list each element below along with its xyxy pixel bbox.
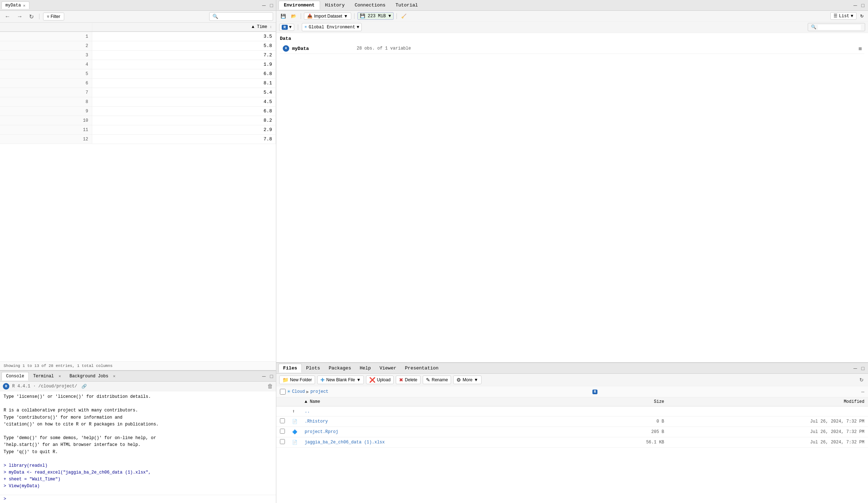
save-env-btn[interactable]: 💾 (279, 13, 287, 19)
tab-history[interactable]: History (320, 1, 350, 9)
data-search-input[interactable] (220, 14, 270, 19)
files-modified-header[interactable]: Modified (668, 397, 868, 406)
global-env-label: Global Environment (309, 25, 355, 30)
maximize-data-btn[interactable]: □ (269, 2, 275, 9)
env-data-row-mydata[interactable]: R myData 28 obs. of 1 variable ▦ (280, 43, 864, 54)
tab-environment[interactable]: Environment (278, 1, 320, 10)
right-bottom: Files Plots Packages Help Viewer Present… (276, 363, 868, 503)
tab-help[interactable]: Help (355, 364, 375, 372)
console-line: 'citation()' on how to cite R or R packa… (4, 421, 272, 428)
list-icon: ☰ (834, 13, 837, 19)
tab-packages[interactable]: Packages (324, 364, 355, 372)
delete-btn[interactable]: ✖ Delete (396, 376, 421, 384)
load-env-btn[interactable]: 📂 (290, 13, 298, 19)
rename-btn[interactable]: ✎ Rename (423, 376, 451, 384)
minimize-files-btn[interactable]: ─ (852, 365, 859, 372)
breadcrumb-checkbox[interactable] (280, 389, 286, 395)
file-name-link[interactable]: .. (305, 409, 310, 414)
tab-mydata-close[interactable]: ✕ (23, 3, 25, 8)
file-checkbox[interactable] (280, 429, 285, 434)
tab-plots[interactable]: Plots (302, 364, 324, 372)
file-name-link[interactable]: project.Rproj (305, 429, 338, 434)
file-checkbox[interactable] (280, 439, 285, 444)
table-row: 7 5.4 (0, 88, 276, 97)
time-header[interactable]: ▲ Time ↕ (92, 23, 276, 32)
file-check-cell[interactable] (276, 427, 288, 437)
sort-indicator: ↕ (270, 25, 272, 29)
tab-background-jobs[interactable]: Background Jobs ✕ (65, 372, 120, 380)
maximize-console-btn[interactable]: □ (269, 373, 275, 380)
tab-mydata[interactable]: myData ✕ (1, 1, 29, 9)
right-panel: Environment History Connections Tutorial… (276, 0, 868, 503)
files-name-header[interactable]: ▲ Name (301, 397, 586, 406)
tab-history-label: History (325, 3, 345, 8)
tab-viewer[interactable]: Viewer (375, 364, 401, 372)
list-dropdown[interactable]: ☰ List ▼ (830, 12, 857, 20)
file-name-cell[interactable]: project.Rproj (301, 427, 586, 437)
new-folder-btn[interactable]: 📁 New Folder (279, 376, 315, 384)
tab-presentation[interactable]: Presentation (400, 364, 443, 372)
time-cell: 7.2 (92, 51, 276, 60)
upload-btn[interactable]: ❌ Upload (366, 376, 394, 384)
open-icon: 📂 (291, 14, 296, 19)
refresh-env-btn[interactable]: ↻ (859, 13, 865, 19)
table-row: 9 6.8 (0, 107, 276, 116)
console-clear-btn[interactable]: 🗑 (267, 383, 273, 390)
list-item[interactable]: 📄 jaggia_ba_2e_ch06_data (1).xlsx 56.1 K… (276, 437, 868, 448)
tab-terminal-close[interactable]: ✕ (58, 374, 61, 378)
more-btn[interactable]: ⚙ More ▼ (453, 376, 481, 384)
filter-btn[interactable]: ▿ Filter (43, 13, 64, 20)
tab-bgjobs-close[interactable]: ✕ (113, 374, 116, 378)
clean-brush-btn[interactable]: 🧹 (400, 13, 408, 19)
files-size-header[interactable]: Size (586, 397, 668, 406)
breadcrumb-more-btn[interactable]: ⋯ (862, 389, 864, 395)
tab-files[interactable]: Files (278, 364, 302, 373)
r-lang-select[interactable]: R ▼ (279, 24, 294, 31)
files-check-header (276, 397, 288, 406)
list-item[interactable]: 📄 .Rhistory 0 B Jul 26, 2024, 7:32 PM (276, 416, 868, 427)
grid-view-icon[interactable]: ▦ (859, 46, 862, 51)
file-checkbox[interactable] (280, 418, 285, 423)
breadcrumb-project[interactable]: project (310, 389, 328, 394)
file-icon-cell: 📄 (288, 437, 301, 448)
forward-btn[interactable]: → (15, 13, 24, 20)
tab-connections[interactable]: Connections (349, 1, 390, 9)
file-name-link[interactable]: jaggia_ba_2e_ch06_data (1).xlsx (305, 440, 385, 445)
breadcrumb-cloud[interactable]: Cloud (292, 389, 305, 394)
file-name-cell[interactable]: jaggia_ba_2e_ch06_data (1).xlsx (301, 437, 586, 448)
tab-tutorial[interactable]: Tutorial (390, 1, 423, 9)
refresh-btn[interactable]: ↻ (27, 13, 36, 21)
console-line: + sheet = "Wait_Time") (4, 476, 272, 483)
minimize-console-btn[interactable]: ─ (261, 373, 267, 380)
table-row: 8 4.5 (0, 97, 276, 107)
file-check-cell[interactable] (276, 437, 288, 448)
tab-environment-label: Environment (284, 3, 315, 8)
row-num-cell: 1 (0, 32, 92, 41)
maximize-files-btn[interactable]: □ (860, 365, 866, 372)
file-name-cell[interactable]: .Rhistory (301, 416, 586, 427)
r-logo: R (3, 383, 9, 390)
file-name-cell[interactable]: .. (301, 406, 586, 416)
back-btn[interactable]: ← (3, 13, 12, 20)
breadcrumb-sep: ▶ (306, 389, 309, 395)
maximize-env-btn[interactable]: □ (860, 2, 866, 9)
console-input[interactable] (8, 497, 272, 502)
tab-terminal[interactable]: Terminal ✕ (29, 372, 65, 380)
env-search-input[interactable] (818, 25, 861, 30)
row-num-cell: 8 (0, 97, 92, 107)
import-dataset-btn[interactable]: 📥 Import Dataset ▼ (304, 13, 351, 20)
tab-console[interactable]: Console (1, 372, 29, 381)
new-blank-file-btn[interactable]: ✚ New Blank File ▼ (317, 376, 364, 384)
file-name-link[interactable]: .Rhistory (305, 419, 328, 424)
data-search-box: 🔍 (209, 12, 273, 21)
minimize-data-btn[interactable]: ─ (261, 2, 267, 9)
list-item[interactable]: 🔷 project.Rproj 205 B Jul 26, 2024, 7:32… (276, 427, 868, 437)
file-check-cell[interactable] (276, 416, 288, 427)
new-folder-label: New Folder (290, 377, 312, 382)
row-num-cell: 11 (0, 125, 92, 135)
minimize-env-btn[interactable]: ─ (852, 2, 859, 9)
global-env-select[interactable]: ☀ Global Environment ▼ (302, 23, 362, 31)
refresh-files-btn[interactable]: ↻ (858, 376, 865, 383)
row-num-header (0, 23, 92, 32)
list-item[interactable]: ⬆ .. (276, 406, 868, 416)
